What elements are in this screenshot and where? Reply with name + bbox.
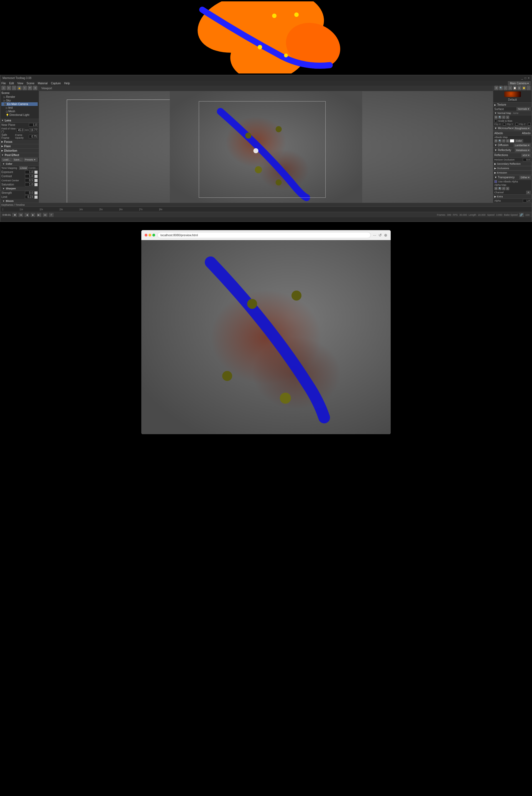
lambertian-dropdown[interactable]: Lambertian ▾ <box>514 144 531 147</box>
color-label[interactable]: Color <box>515 139 523 143</box>
ab-icon-1[interactable]: ⚙ <box>494 139 498 143</box>
flip-x-checkbox[interactable] <box>503 123 506 126</box>
ab-icon-2[interactable]: 🔍 <box>498 139 501 143</box>
ab-icon-4[interactable]: X <box>506 139 509 143</box>
al-icon-3[interactable]: ↩ <box>502 187 506 190</box>
menu-file[interactable]: File <box>1 82 6 85</box>
rt-icon-1[interactable]: ⚙ <box>494 86 498 90</box>
saturation-checkbox[interactable] <box>34 183 38 186</box>
browser-share-button[interactable]: ⊕ <box>384 233 387 237</box>
toolbar-lock-icon[interactable]: 🔒 <box>17 86 22 90</box>
toolbar-grid-icon[interactable]: ≡ <box>22 86 27 90</box>
contrast-center-checkbox[interactable] <box>34 179 38 182</box>
flip-z-checkbox[interactable] <box>528 123 531 126</box>
transport-prev-key[interactable]: ⏮ <box>19 213 23 217</box>
nm-icon-3[interactable]: ↩ <box>502 116 506 119</box>
rt-icon-6[interactable]: 🗑 <box>517 86 521 90</box>
use-albedo-alpha-checkbox[interactable] <box>494 180 497 183</box>
sharpen-limit-value[interactable]: 0.23 <box>25 195 34 199</box>
fov-value[interactable]: 45.0 <box>16 128 24 132</box>
fov-mm-value[interactable]: 19.77 <box>30 128 38 132</box>
exposure-checkbox[interactable] <box>34 170 38 174</box>
distortion-section-header[interactable]: ▶Distortion <box>0 149 39 153</box>
viewport-canvas[interactable] <box>39 91 493 203</box>
color-section-header[interactable]: ▼Color <box>0 162 39 166</box>
nm-icon-1[interactable]: ⚙ <box>494 116 498 119</box>
menu-view[interactable]: View <box>17 82 23 85</box>
microsurface-section[interactable]: ▼ Microsurface Roughness ▾ <box>493 126 532 131</box>
al-icon-2[interactable]: 🔍 <box>498 187 501 190</box>
nm-icon-4[interactable]: X <box>506 116 509 119</box>
window-controls[interactable]: _ □ × <box>521 76 530 79</box>
dot-close[interactable] <box>145 234 147 237</box>
menu-material[interactable]: Material <box>38 82 48 85</box>
transport-loop[interactable]: ↺ <box>49 213 54 217</box>
frame-opacity-value[interactable]: 0.75 <box>29 135 38 138</box>
scene-item-render[interactable]: ▷Render <box>1 95 38 99</box>
menu-capture[interactable]: Capture <box>51 82 61 85</box>
browser-refresh-button[interactable]: ↺ <box>379 233 382 237</box>
dither-dropdown[interactable]: Dither ▾ <box>519 176 531 179</box>
rt-icon-5[interactable]: 📋 <box>513 86 517 90</box>
texture-section-title[interactable]: ▶Texture <box>493 102 532 107</box>
sharpen-strength-checkbox[interactable] <box>34 191 38 195</box>
camera-dropdown[interactable]: Main Camera ▾ <box>508 81 531 86</box>
maximize-button[interactable]: □ <box>525 76 526 79</box>
transport-prev-frame[interactable]: ◀ <box>25 213 29 217</box>
alpha-value[interactable]: 1.0 <box>523 199 531 202</box>
menu-scene[interactable]: Scene <box>26 82 34 85</box>
scene-item-test[interactable]: ▷test <box>1 106 38 110</box>
rt-icon-2[interactable]: 🔍 <box>499 86 503 90</box>
toolbar-add-icon[interactable]: + <box>12 86 16 90</box>
scene-item-sky[interactable]: ▷Sky <box>1 99 38 102</box>
menu-help[interactable]: Help <box>64 82 70 85</box>
flip-y-checkbox[interactable] <box>515 123 518 126</box>
near-plane-value[interactable]: 1.0 <box>29 123 38 127</box>
toolbar-settings-icon[interactable]: ⚙ <box>33 86 37 90</box>
contrast-checkbox[interactable] <box>34 175 38 178</box>
tone-mapping-value[interactable]: Linear <box>19 166 28 170</box>
occlusions-section[interactable]: ▶ Occlusions <box>493 166 532 170</box>
contrast-center-value[interactable]: 0.5 <box>25 179 34 182</box>
scene-item-mesh[interactable]: ◻Mesh <box>1 110 38 113</box>
transparency-section[interactable]: ▼ Transparency Dither ▾ <box>493 175 532 180</box>
rt-icon-8[interactable]: → <box>527 86 531 90</box>
exposure-value[interactable]: 1.0 <box>25 170 34 174</box>
close-button[interactable]: × <box>528 76 530 79</box>
toolbar-eye-icon[interactable]: 👁 <box>28 86 32 90</box>
load-button[interactable]: Load... <box>1 158 12 162</box>
transport-play[interactable]: ▶ <box>31 213 35 217</box>
bloom-section-header[interactable]: ▼Bloom <box>0 199 39 203</box>
presets-button[interactable]: Presets ▾ <box>23 158 38 162</box>
rt-icon-4[interactable]: X <box>508 86 512 90</box>
browser-url-bar[interactable]: localhost:8080/preview.html <box>157 232 371 238</box>
scale-b-bias-checkbox[interactable] <box>494 119 497 122</box>
reflectivity-section[interactable]: ▼ Reflectivity Metalness ▾ <box>493 148 532 153</box>
toolbar-scene-icon[interactable]: S <box>1 86 6 90</box>
diffusion-section[interactable]: ▼ Diffusion Lambertian ▾ <box>493 143 532 148</box>
toolbar-render-icon[interactable]: R <box>7 86 11 90</box>
dot-minimize[interactable] <box>149 234 151 237</box>
post-effect-section-header[interactable]: ▼Post Effect <box>0 153 39 158</box>
sgx-dropdown[interactable]: sGX ▾ <box>521 154 531 157</box>
flare-section-header[interactable]: ▶Flare <box>0 144 39 149</box>
save-button[interactable]: Save... <box>13 158 23 162</box>
sharpen-limit-checkbox[interactable] <box>34 196 38 199</box>
scene-item-directional-light[interactable]: 💡Directional Light <box>1 113 38 117</box>
normals-dropdown[interactable]: Normals ▾ <box>516 107 531 111</box>
menu-edit[interactable]: Edit <box>9 82 14 85</box>
al-icon-1[interactable]: ⚙ <box>494 187 498 190</box>
rt-icon-3[interactable]: ↩ <box>504 86 508 90</box>
rt-icon-7[interactable]: ⭐ <box>522 86 526 90</box>
browser-menu-button[interactable]: ··· <box>373 233 376 237</box>
extra-section[interactable]: ▶ Extra <box>493 195 532 199</box>
sharpen-section-header[interactable]: ▼Sharpen <box>0 187 39 191</box>
ab-icon-3[interactable]: ↩ <box>502 139 506 143</box>
emission-section[interactable]: ▶ Emission <box>493 170 532 175</box>
metalness-dropdown[interactable]: Metalness ▾ <box>515 149 531 152</box>
albedo-color-swatch[interactable] <box>510 139 514 143</box>
minimize-button[interactable]: _ <box>521 76 523 79</box>
transport-link[interactable]: 🔗 <box>519 213 524 217</box>
secondary-reflection-section[interactable]: ▶ Secondary Reflection <box>493 162 532 166</box>
transport-next-key[interactable]: ⏭ <box>43 213 48 217</box>
